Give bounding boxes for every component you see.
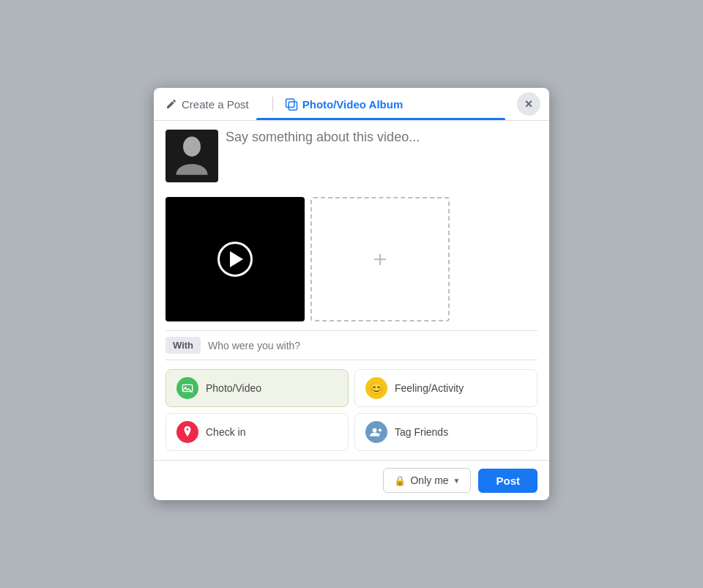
user-input-row xyxy=(165,130,538,188)
photo-video-button[interactable]: Photo/Video xyxy=(165,369,349,407)
media-area: + xyxy=(165,197,538,321)
active-tab-indicator xyxy=(256,118,505,120)
svg-point-2 xyxy=(183,136,201,156)
feeling-label: Feeling/Activity xyxy=(395,382,464,394)
svg-rect-0 xyxy=(286,99,294,107)
video-thumbnail[interactable] xyxy=(165,197,305,321)
with-row: With xyxy=(165,330,538,360)
modal-footer: 🔒 Only me ▼ Post xyxy=(154,460,549,500)
privacy-button[interactable]: 🔒 Only me ▼ xyxy=(383,468,471,493)
svg-point-5 xyxy=(373,428,377,433)
svg-rect-1 xyxy=(289,102,297,110)
checkin-icon xyxy=(176,421,198,443)
lock-icon: 🔒 xyxy=(394,475,406,486)
tab-photo-album[interactable]: Photo/Video Album xyxy=(285,97,403,111)
tab-divider xyxy=(272,97,273,111)
feeling-activity-button[interactable]: 😊 Feeling/Activity xyxy=(354,369,538,407)
check-in-button[interactable]: Check in xyxy=(165,413,349,451)
action-buttons: Photo/Video 😊 Feeling/Activity Check in xyxy=(165,369,538,451)
photo-album-label: Photo/Video Album xyxy=(302,98,403,111)
create-post-label: Create a Post xyxy=(182,98,249,111)
avatar xyxy=(165,130,218,182)
with-badge: With xyxy=(165,337,201,354)
checkin-label: Check in xyxy=(206,426,245,438)
add-more-button[interactable]: + xyxy=(310,197,450,321)
feeling-icon: 😊 xyxy=(365,377,387,399)
modal-header: Create a Post Photo/Video Album × xyxy=(154,88,549,121)
play-button[interactable] xyxy=(217,242,253,277)
with-input[interactable] xyxy=(208,340,538,351)
avatar-image xyxy=(170,134,214,178)
photo-video-label: Photo/Video xyxy=(206,382,261,394)
play-triangle-icon xyxy=(230,251,243,267)
tab-create-post[interactable]: Create a Post xyxy=(165,98,261,111)
create-post-modal: Create a Post Photo/Video Album × xyxy=(154,88,549,500)
tag-icon xyxy=(365,421,387,443)
tag-friends-label: Tag Friends xyxy=(395,426,448,438)
post-text-input[interactable] xyxy=(226,130,538,188)
header-tabs: Create a Post Photo/Video Album xyxy=(165,97,403,111)
tag-friends-button[interactable]: Tag Friends xyxy=(354,413,538,451)
chevron-down-icon: ▼ xyxy=(453,477,461,485)
edit-icon xyxy=(165,98,177,110)
plus-icon: + xyxy=(373,246,387,273)
post-button[interactable]: Post xyxy=(478,469,538,493)
close-button[interactable]: × xyxy=(517,92,540,116)
privacy-label: Only me xyxy=(410,475,448,486)
svg-point-6 xyxy=(379,429,382,432)
modal-body: + With Photo/Video xyxy=(154,121,549,460)
photo-album-icon xyxy=(285,97,298,111)
photo-video-icon xyxy=(176,377,198,399)
